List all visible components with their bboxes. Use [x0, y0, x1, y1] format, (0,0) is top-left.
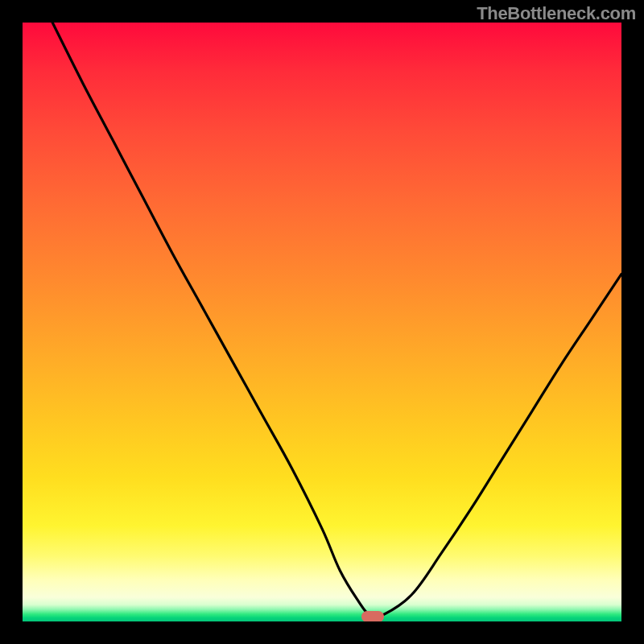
bottleneck-curve — [23, 23, 621, 621]
curve-path — [52, 23, 621, 618]
optimal-marker — [361, 611, 384, 621]
plot-area — [23, 23, 621, 621]
chart-frame: TheBottleneck.com — [0, 0, 644, 644]
attribution-label: TheBottleneck.com — [477, 3, 636, 24]
